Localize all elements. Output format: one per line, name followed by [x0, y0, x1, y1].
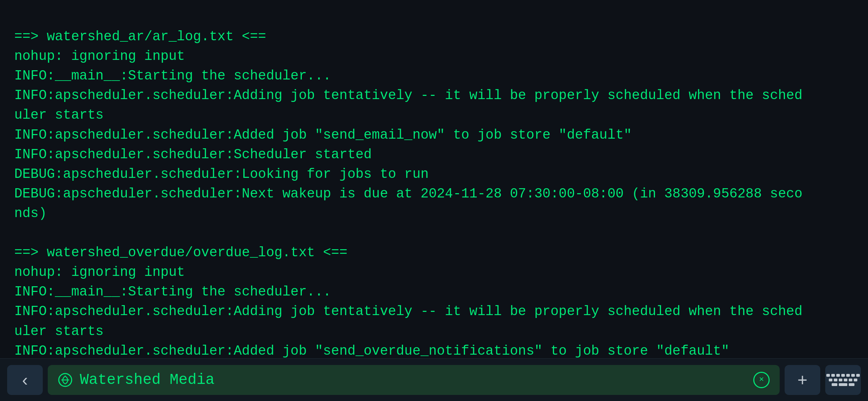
terminal-line: INFO:__main__:Starting the scheduler...	[14, 66, 854, 86]
terminal-line: INFO:apscheduler.scheduler:Added job "se…	[14, 125, 854, 145]
terminal-line: INFO:__main__:Starting the scheduler...	[14, 282, 854, 302]
bottom-bar: ‹ Watershed Media ✕ +	[0, 358, 868, 401]
clear-button[interactable]: ✕	[753, 372, 770, 388]
terminal-line: nds)	[14, 204, 854, 223]
terminal-line: DEBUG:apscheduler.scheduler:Next wakeup …	[14, 184, 854, 204]
terminal-line: INFO:apscheduler.scheduler:Added job "se…	[14, 341, 854, 358]
terminal-line	[14, 223, 854, 243]
terminal-line: DEBUG:apscheduler.scheduler:Looking for …	[14, 164, 854, 184]
back-icon: ‹	[22, 371, 28, 389]
add-tab-button[interactable]: +	[785, 365, 820, 395]
back-button[interactable]: ‹	[7, 365, 43, 395]
terminal-line: ==> watershed_ar/ar_log.txt <==	[14, 27, 854, 46]
address-text: Watershed Media	[80, 371, 215, 389]
add-icon: +	[797, 371, 807, 389]
terminal-output: ==> watershed_ar/ar_log.txt <==nohup: ig…	[0, 0, 868, 358]
app-icon	[58, 372, 73, 387]
terminal-line: nohup: ignoring input	[14, 46, 854, 66]
keyboard-icon	[826, 374, 860, 386]
terminal-line: INFO:apscheduler.scheduler:Scheduler sta…	[14, 145, 854, 164]
address-bar[interactable]: Watershed Media ✕	[48, 365, 780, 395]
terminal-line: ==> watershed_overdue/overdue_log.txt <=…	[14, 243, 854, 262]
terminal-line: uler starts	[14, 322, 854, 341]
clear-icon: ✕	[759, 376, 764, 384]
terminal-line: uler starts	[14, 105, 854, 125]
terminal-line: nohup: ignoring input	[14, 262, 854, 282]
keyboard-button[interactable]	[825, 365, 861, 395]
terminal-line: INFO:apscheduler.scheduler:Adding job te…	[14, 86, 854, 105]
terminal-line: INFO:apscheduler.scheduler:Adding job te…	[14, 302, 854, 321]
